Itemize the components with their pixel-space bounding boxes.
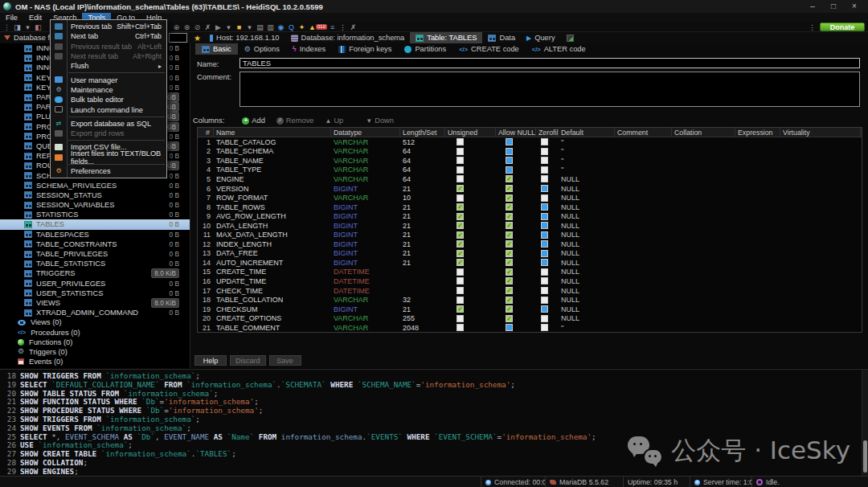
grid-row-update-time[interactable]: 16UPDATE_TIMEDATETIMENULL	[198, 276, 862, 286]
minimize-button[interactable]: –	[802, 1, 823, 12]
zerofill-checkbox[interactable]	[541, 138, 548, 145]
zerofill-checkbox[interactable]	[541, 297, 548, 304]
unsigned-checkbox[interactable]	[457, 138, 464, 145]
reformat-icon[interactable]: ≡	[327, 23, 338, 32]
grid-header-name[interactable]: Name	[214, 128, 331, 137]
unsigned-checkbox[interactable]	[457, 240, 464, 248]
allow-null-checkbox[interactable]	[506, 194, 513, 202]
tab-host-192-168-1-10[interactable]: Host: 192.168.1.10	[204, 32, 285, 43]
unsigned-checkbox[interactable]	[457, 185, 464, 192]
grid-header-allow-null[interactable]: Allow NULL	[496, 128, 536, 137]
tree-table-triggers[interactable]: TRIGGERS8.0 KiB	[0, 268, 190, 278]
unsigned-checkbox[interactable]	[457, 203, 464, 211]
zerofill-checkbox[interactable]	[541, 148, 548, 155]
menu-item-user-manager[interactable]: User manager	[51, 75, 166, 84]
tree-table-table-statistics[interactable]: TABLE_STATISTICS0 B	[0, 259, 190, 268]
grid-row-table-name[interactable]: 3TABLE_NAMEVARCHAR64''	[198, 156, 862, 166]
zerofill-checkbox[interactable]	[541, 315, 548, 322]
replace-icon[interactable]: Q	[286, 23, 297, 32]
zerofill-checkbox[interactable]	[541, 194, 548, 202]
tab-indexes[interactable]: ϟIndexes	[286, 43, 332, 55]
tree-table-session-status[interactable]: SESSION_STATUS0 B	[0, 190, 190, 200]
tab-table-tables[interactable]: Table: TABLES	[410, 32, 482, 43]
zerofill-checkbox[interactable]	[541, 213, 548, 220]
zerofill-checkbox[interactable]	[541, 259, 548, 266]
grid-header-datatype[interactable]: Datatype	[331, 128, 400, 137]
unsigned-checkbox[interactable]	[457, 213, 464, 220]
zerofill-checkbox[interactable]	[541, 222, 548, 229]
menu-item-previous-tab[interactable]: Previous tabShift+Ctrl+Tab	[51, 22, 166, 31]
params-icon[interactable]: ⋮	[338, 23, 348, 32]
tab-partitions[interactable]: Partitions	[398, 43, 452, 55]
unsigned-checkbox[interactable]	[457, 287, 464, 294]
grid-header-length-set[interactable]: Length/Set	[400, 128, 445, 137]
allow-null-checkbox[interactable]	[506, 231, 513, 239]
grip-icon[interactable]: ⋮	[2, 23, 12, 32]
unsigned-checkbox[interactable]	[457, 250, 464, 257]
tree-table-user-statistics[interactable]: USER_STATISTICS0 B	[0, 289, 190, 298]
unsigned-checkbox[interactable]	[457, 166, 464, 174]
tree-category-events-0[interactable]: Events (0)	[0, 357, 190, 366]
allow-null-checkbox[interactable]	[506, 277, 513, 284]
tree-category-views-0[interactable]: Views (0)	[0, 317, 190, 327]
cancel-icon[interactable]: ✗	[203, 23, 213, 32]
tab-foreign-keys[interactable]: Foreign keys	[332, 43, 398, 55]
grid-header-comment[interactable]: Comment	[615, 128, 672, 137]
zerofill-checkbox[interactable]	[541, 287, 548, 294]
grid-row-create-time[interactable]: 15CREATE_TIMEDATETIMENULL	[198, 268, 862, 277]
grid-row-max-data-length[interactable]: 11MAX_DATA_LENGTHBIGINT21NULL	[198, 230, 862, 239]
zerofill-checkbox[interactable]	[541, 268, 548, 276]
add-column-button[interactable]: + Add	[242, 117, 265, 125]
zerofill-checkbox[interactable]	[541, 175, 548, 182]
allow-null-checkbox[interactable]	[506, 315, 513, 322]
tab-new-query-icon[interactable]	[561, 32, 579, 43]
menu-item-launch-command-line[interactable]: Launch command line	[51, 104, 166, 114]
tree-category-triggers-0[interactable]: ⚙Triggers (0)	[0, 347, 190, 357]
table-filter-input[interactable]	[169, 33, 187, 43]
unsigned-checkbox[interactable]	[457, 315, 464, 322]
zerofill-checkbox[interactable]	[541, 166, 548, 174]
tree-table-table-constraints[interactable]: TABLE_CONSTRAINTS0 B	[0, 239, 190, 249]
grid-row-table-catalog[interactable]: 1TABLE_CATALOGVARCHAR512''	[198, 137, 862, 147]
tree-table-xtradb-admin-command[interactable]: XTRADB_ADMIN_COMMAND0 B	[0, 308, 190, 317]
zerofill-checkbox[interactable]	[541, 203, 548, 211]
allow-null-checkbox[interactable]	[506, 305, 513, 313]
grid-row-create-options[interactable]: 20CREATE_OPTIONSVARCHAR255NULL	[198, 313, 862, 323]
menu-item-export-database-as-sql[interactable]: ⇄Export database as SQL	[51, 119, 166, 129]
unsigned-checkbox[interactable]	[457, 222, 464, 229]
favorites-star-icon[interactable]: ★	[190, 32, 204, 43]
tree-category-functions-0[interactable]: Functions (0)	[0, 338, 190, 347]
grid-row-check-time[interactable]: 17CHECK_TIMEDATETIMENULL	[198, 286, 862, 296]
discard-icon[interactable]: ⊗	[182, 23, 192, 32]
maximize-button[interactable]: □	[823, 1, 844, 12]
grid-row-index-length[interactable]: 12INDEX_LENGTHBIGINT21NULL	[198, 239, 862, 249]
apply-icon[interactable]: ⊘	[192, 23, 203, 32]
allow-null-checkbox[interactable]	[506, 213, 513, 220]
unsigned-checkbox[interactable]	[457, 175, 464, 182]
zerofill-checkbox[interactable]	[541, 231, 548, 239]
tree-table-tables[interactable]: TABLES0 B	[0, 219, 190, 229]
table-comment-input[interactable]	[240, 72, 860, 107]
zerofill-checkbox[interactable]	[541, 324, 548, 331]
menu-item-flush[interactable]: Flush▸	[51, 61, 166, 71]
grid-row-table-schema[interactable]: 2TABLE_SCHEMAVARCHAR64''	[198, 147, 862, 157]
tree-table-statistics[interactable]: STATISTICS0 B	[0, 210, 190, 219]
move-down-button[interactable]: ▼ Down	[366, 117, 394, 125]
allow-null-checkbox[interactable]	[506, 324, 513, 331]
unsigned-checkbox[interactable]	[457, 231, 464, 239]
binary-badge-icon[interactable]: 010	[316, 24, 327, 30]
zerofill-checkbox[interactable]	[541, 185, 548, 192]
zerofill-checkbox[interactable]	[541, 305, 548, 313]
unsigned-checkbox[interactable]	[457, 194, 464, 202]
allow-null-checkbox[interactable]	[506, 222, 513, 229]
open-caret-icon[interactable]: ▾	[244, 23, 255, 32]
close-tab-icon[interactable]: ✗	[348, 23, 358, 32]
find-icon[interactable]: ◉	[276, 23, 286, 32]
tree-table-tablespaces[interactable]: TABLESPACES0 B	[0, 230, 190, 239]
grid-row-version[interactable]: 6VERSIONBIGINT21NULL	[198, 184, 862, 194]
grid-row-engine[interactable]: 5ENGINEVARCHAR64NULL	[198, 174, 862, 184]
allow-null-checkbox[interactable]	[506, 287, 513, 294]
sql-scrollbar[interactable]	[862, 370, 868, 476]
grid-header-default[interactable]: Default	[559, 128, 615, 137]
allow-null-checkbox[interactable]	[506, 157, 513, 164]
